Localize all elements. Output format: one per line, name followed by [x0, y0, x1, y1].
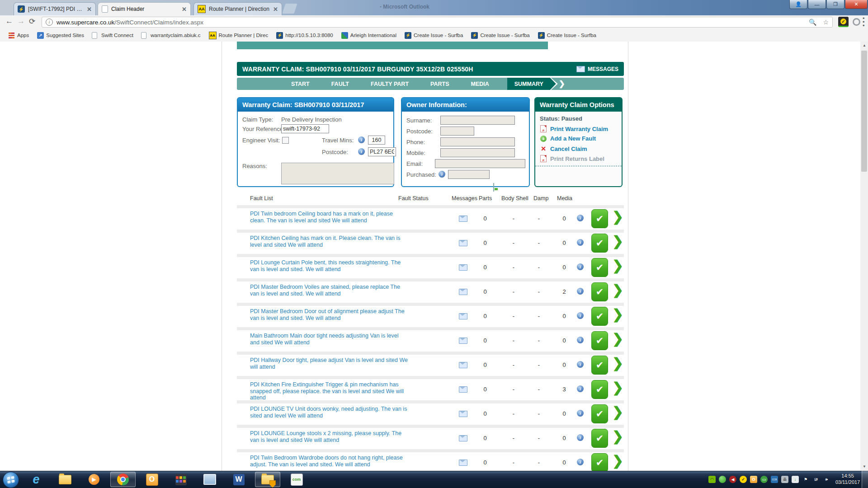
travel-postcode-input[interactable] — [368, 147, 396, 156]
scrollbar-thumb[interactable] — [861, 51, 867, 172]
fault-link[interactable]: PDI Twin bedroom Ceiling board has a mar… — [250, 211, 409, 224]
open-fault-chevron[interactable]: ❯ — [612, 453, 623, 469]
message-envelope-icon[interactable] — [459, 362, 467, 368]
show-desktop-button[interactable] — [862, 471, 868, 488]
open-fault-chevron[interactable]: ❯ — [612, 306, 623, 322]
info-icon[interactable]: i — [439, 171, 445, 178]
message-envelope-icon[interactable] — [459, 240, 467, 246]
taskbar-clock[interactable]: 14:55 03/11/2017 — [835, 473, 860, 485]
reasons-textarea[interactable] — [281, 163, 394, 184]
fault-complete-button[interactable]: ✔ — [591, 380, 608, 399]
bookmark-create-issue-3[interactable]: ⚡Create Issue - Surfba — [538, 32, 596, 39]
zoom-indicator-icon[interactable]: 🔍 — [809, 19, 816, 26]
info-icon[interactable]: i — [577, 361, 584, 368]
fault-link[interactable]: Main Bathroom Main door tight needs adju… — [250, 333, 409, 346]
tab-close-icon[interactable]: ✕ — [182, 6, 187, 13]
tab-route-planner[interactable]: AA Route Planner | Direction ✕ — [193, 2, 282, 15]
bookmark-warrantyclaim[interactable]: warrantyclaim.abiuk.c — [142, 32, 201, 39]
taskbar-ie[interactable]: e — [24, 472, 49, 487]
taskbar-secure-folder[interactable] — [255, 472, 280, 487]
info-icon[interactable]: i — [358, 148, 365, 155]
fault-complete-button[interactable]: ✔ — [591, 258, 608, 277]
open-fault-chevron[interactable]: ❯ — [612, 428, 623, 444]
page-info-icon[interactable]: i — [46, 19, 53, 26]
bookmark-route-planner[interactable]: AARoute Planner | Direc — [209, 32, 269, 39]
message-envelope-icon[interactable] — [459, 289, 467, 295]
fault-complete-button[interactable]: ✔ — [591, 356, 608, 375]
minimize-button[interactable]: — — [808, 0, 826, 9]
fault-link[interactable]: PDI Kitchen Ceiling has mark on it. Plea… — [250, 235, 409, 248]
surname-input[interactable] — [440, 116, 515, 125]
step-media[interactable]: MEDIA — [471, 81, 489, 87]
fault-complete-button[interactable]: ✔ — [591, 282, 608, 301]
info-icon[interactable]: i — [577, 312, 584, 319]
fault-link[interactable]: PDI Hallway Door tight, please adjust Va… — [250, 357, 409, 370]
open-fault-chevron[interactable]: ❯ — [612, 282, 623, 298]
close-button[interactable]: ✕ — [845, 0, 868, 9]
norton-tray-icon[interactable]: ✓ — [740, 476, 747, 483]
fault-complete-button[interactable]: ✔ — [591, 404, 608, 423]
info-icon[interactable]: i — [577, 385, 584, 392]
fault-complete-button[interactable]: ✔ — [591, 234, 608, 253]
fault-link[interactable]: PDI Master Bedroom Voiles are stained, p… — [250, 284, 409, 297]
fault-complete-button[interactable]: ✔ — [591, 453, 608, 472]
fault-link[interactable]: PDI Lounge Curtain Pole bent, this needs… — [250, 259, 409, 272]
taskbar-chrome[interactable] — [110, 472, 136, 487]
taskbar-explorer[interactable] — [52, 472, 78, 487]
fault-link[interactable]: PDI Kitchen Fire Extinguisher Trigger & … — [250, 381, 409, 401]
open-fault-chevron[interactable]: ❯ — [612, 331, 623, 347]
info-icon[interactable]: i — [577, 459, 584, 465]
tab-swift-17992[interactable]: ⚡ [SWIFT-17992] PDI - Hall ✕ — [14, 2, 96, 15]
fault-complete-button[interactable]: ✔ — [591, 331, 608, 350]
refresh-button[interactable]: ⟳ — [29, 17, 35, 26]
volume-icon[interactable]: 🕪 — [823, 476, 830, 483]
email-input[interactable] — [435, 159, 525, 168]
action-center-flag-icon[interactable]: ⚑ — [802, 476, 809, 483]
printer-icon[interactable]: 🖶 — [781, 476, 788, 483]
install-icon[interactable]: ↓ — [792, 476, 799, 483]
fault-link[interactable]: PDI Twin Bedroom Wardrobe doors do not h… — [250, 455, 409, 468]
your-reference-input[interactable] — [281, 124, 329, 133]
taskbar-media-player[interactable]: ▶ — [81, 472, 107, 487]
forward-button[interactable]: → — [17, 17, 25, 26]
info-icon[interactable]: i — [577, 410, 584, 417]
ccb-icon[interactable]: CCB — [771, 476, 778, 483]
message-envelope-icon[interactable] — [459, 435, 467, 441]
step-faulty-part[interactable]: FAULTY PART — [371, 81, 409, 87]
info-icon[interactable]: i — [577, 288, 584, 295]
cancel-claim-link[interactable]: ✕ Cancel Claim — [540, 145, 587, 152]
status-dot-icon[interactable] — [719, 476, 726, 483]
url-text[interactable]: www.supercare.co.uk/SwiftConnect/Claims/… — [57, 19, 802, 26]
bookmark-create-issue-1[interactable]: ⚡Create Issue - Surfba — [405, 32, 463, 39]
message-envelope-icon[interactable] — [459, 216, 467, 222]
bookmark-star-icon[interactable]: ☆ — [823, 19, 829, 26]
calendar-icon[interactable] — [493, 183, 494, 192]
message-envelope-icon[interactable] — [459, 460, 467, 466]
tab-claim-header[interactable]: Claim Header ✕ — [98, 2, 191, 15]
taskbar-display-app[interactable] — [197, 472, 222, 487]
step-summary-active[interactable]: SUMMARY — [507, 78, 558, 90]
message-envelope-icon[interactable] — [459, 386, 467, 393]
scroll-up-icon[interactable]: ▲ — [863, 43, 866, 47]
taskbar-app-grid[interactable] — [168, 472, 193, 487]
taskbar-outlook[interactable]: O — [139, 472, 165, 487]
info-icon[interactable]: i — [577, 263, 584, 270]
fault-link[interactable]: PDI LOUNGE Lounge stools x 2 missing, pl… — [250, 430, 409, 443]
bookmark-create-issue-2[interactable]: ⚡Create Issue - Surfba — [471, 32, 529, 39]
mobile-input[interactable] — [440, 148, 515, 157]
audio-alert-icon[interactable]: ◀ — [729, 476, 736, 483]
info-icon[interactable]: i — [577, 215, 584, 221]
bookmark-jira-server[interactable]: ⚡http://10.5.10.3:8080 — [276, 32, 333, 39]
message-envelope-icon[interactable] — [459, 313, 467, 319]
info-icon[interactable]: i — [577, 337, 584, 343]
bookmark-apps[interactable]: Apps — [8, 32, 29, 39]
account-icon[interactable] — [853, 18, 860, 26]
network-icon[interactable]: 🖳 — [812, 476, 820, 483]
taskbar-com-app[interactable]: com — [284, 472, 309, 487]
address-bar[interactable]: i www.supercare.co.uk/SwiftConnect/Claim… — [42, 17, 833, 28]
fault-link[interactable]: PDI Master Bedroom Door out of alignment… — [250, 308, 409, 321]
tab-close-icon[interactable]: ✕ — [87, 6, 92, 13]
step-fault[interactable]: FAULT — [331, 81, 349, 87]
message-envelope-icon[interactable] — [459, 338, 467, 344]
bookmark-suggested-sites[interactable]: ↗Suggested Sites — [37, 32, 84, 39]
